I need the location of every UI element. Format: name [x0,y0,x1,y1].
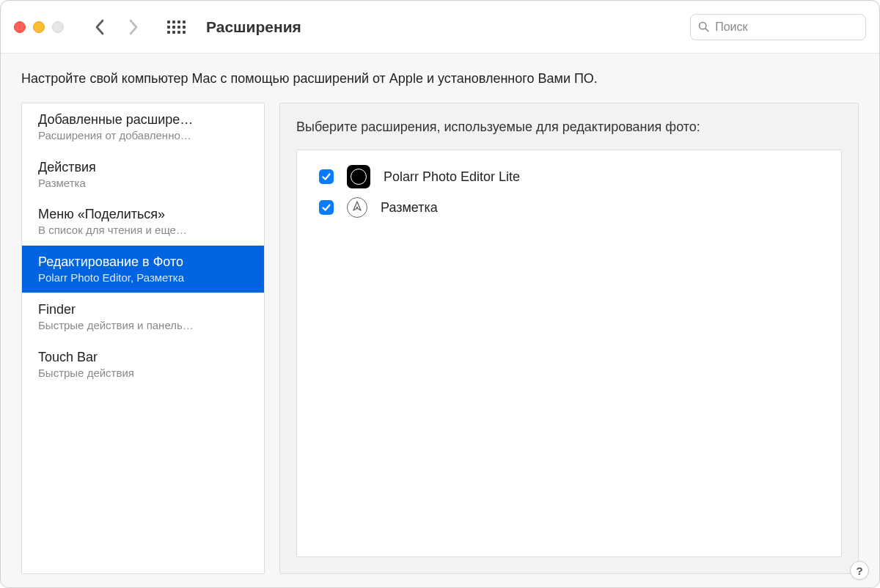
sidebar-item-finder[interactable]: Finder Быстрые действия и панель… [22,293,264,341]
panels: Добавленные расшире… Расширения от добав… [21,103,859,574]
sidebar-item-subtitle: Быстрые действия [38,366,251,381]
sidebar-item-title: Добавленные расшире… [38,111,251,128]
sidebar-item-touch-bar[interactable]: Touch Bar Быстрые действия [22,341,264,389]
extension-checkbox[interactable] [319,169,334,184]
back-button[interactable] [89,16,111,38]
sidebar-item-actions[interactable]: Действия Разметка [22,151,264,199]
sidebar-item-share-menu[interactable]: Меню «Поделиться» В список для чтения и … [22,198,264,246]
detail-panel: Выберите расширения, используемые для ре… [279,103,859,574]
preferences-window: Расширения Настройте свой компьютер Mac … [0,0,880,588]
sidebar-item-photo-editing[interactable]: Редактирование в Фото Polarr Photo Edito… [22,246,264,293]
sidebar: Добавленные расшире… Расширения от добав… [21,103,265,574]
svg-line-1 [705,29,708,32]
content-area: Настройте свой компьютер Mac с помощью р… [1,54,879,587]
extension-list: Polarr Photo Editor Lite [296,150,842,557]
help-label: ? [856,565,862,577]
sidebar-item-subtitle: Разметка [38,176,251,191]
chevron-right-icon [128,19,139,35]
forward-button [122,16,144,38]
checkmark-icon [321,202,331,213]
sidebar-item-subtitle: Расширения от добавленно… [38,128,251,143]
pen-tip-icon [350,200,364,215]
extension-label: Разметка [381,200,438,216]
window-close-button[interactable] [14,21,26,33]
extension-checkbox[interactable] [319,200,334,215]
sidebar-item-title: Действия [38,158,251,176]
search-field[interactable] [690,14,866,40]
titlebar: Расширения [1,1,879,54]
svg-point-2 [356,207,358,208]
chevron-left-icon [95,19,105,35]
polarr-app-icon [347,165,370,188]
extension-row-markup: Разметка [313,193,825,222]
grid-icon [167,21,186,34]
sidebar-item-title: Finder [38,301,251,318]
window-zoom-button [52,21,64,33]
sidebar-item-subtitle: Polarr Photo Editor, Разметка [38,271,251,285]
panel-heading: Выберите расширения, используемые для ре… [296,120,842,135]
page-description: Настройте свой компьютер Mac с помощью р… [21,71,859,87]
sidebar-item-subtitle: В список для чтения и еще… [38,223,251,238]
markup-app-icon [347,197,367,218]
sidebar-item-added-extensions[interactable]: Добавленные расшире… Расширения от добав… [22,103,264,151]
show-all-button[interactable] [165,16,187,38]
extension-label: Polarr Photo Editor Lite [384,169,520,185]
nav-arrows [89,16,144,38]
window-title: Расширения [206,18,301,36]
window-minimize-button[interactable] [33,21,45,33]
checkmark-icon [321,172,331,182]
sidebar-item-subtitle: Быстрые действия и панель… [38,318,251,333]
extension-row-polarr: Polarr Photo Editor Lite [313,161,825,193]
sidebar-item-title: Редактирование в Фото [38,253,251,271]
search-input[interactable] [715,21,858,34]
sidebar-item-title: Меню «Поделиться» [38,205,251,223]
sidebar-item-title: Touch Bar [38,348,251,366]
help-button[interactable]: ? [850,561,869,580]
traffic-lights [14,21,64,33]
search-icon [698,21,709,33]
